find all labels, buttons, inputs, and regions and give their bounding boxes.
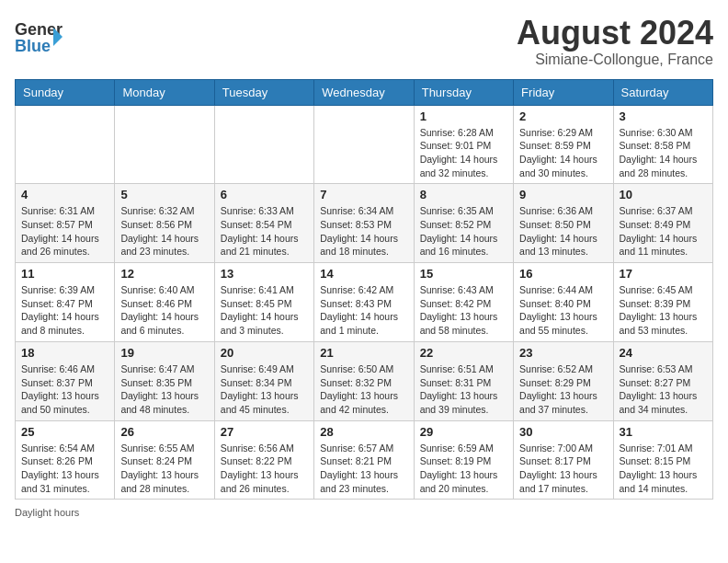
day-info: Sunrise: 6:46 AM Sunset: 8:37 PM Dayligh… [21, 362, 108, 417]
day-number: 14 [320, 267, 407, 281]
title-area: August 2024 Simiane-Collongue, France [517, 15, 713, 68]
day-number: 2 [519, 109, 607, 123]
calendar-cell [16, 105, 115, 184]
calendar-cell: 15Sunrise: 6:43 AM Sunset: 8:42 PM Dayli… [414, 263, 513, 342]
day-info: Sunrise: 6:50 AM Sunset: 8:32 PM Dayligh… [320, 362, 407, 417]
day-number: 31 [620, 425, 707, 439]
calendar-cell: 24Sunrise: 6:53 AM Sunset: 8:27 PM Dayli… [613, 341, 712, 420]
day-info: Sunrise: 6:31 AM Sunset: 8:57 PM Dayligh… [21, 204, 108, 259]
day-info: Sunrise: 6:52 AM Sunset: 8:29 PM Dayligh… [519, 362, 607, 417]
day-number: 23 [519, 346, 607, 360]
calendar-week-row: 25Sunrise: 6:54 AM Sunset: 8:26 PM Dayli… [16, 420, 713, 500]
column-header-thursday: Thursday [414, 79, 513, 105]
day-number: 8 [420, 188, 507, 201]
column-header-tuesday: Tuesday [214, 79, 313, 105]
column-header-saturday: Saturday [613, 79, 712, 105]
column-header-sunday: Sunday [16, 79, 115, 105]
location-subtitle: Simiane-Collongue, France [517, 52, 713, 68]
day-info: Sunrise: 6:43 AM Sunset: 8:42 PM Dayligh… [420, 283, 507, 338]
column-header-wednesday: Wednesday [314, 79, 414, 105]
footer: Daylight hours [15, 507, 713, 518]
header: General Blue August 2024 Simiane-Collong… [15, 15, 713, 68]
calendar-cell: 17Sunrise: 6:45 AM Sunset: 8:39 PM Dayli… [613, 263, 712, 342]
day-number: 24 [620, 346, 707, 360]
day-info: Sunrise: 6:41 AM Sunset: 8:45 PM Dayligh… [221, 283, 308, 338]
day-info: Sunrise: 6:51 AM Sunset: 8:31 PM Dayligh… [420, 362, 507, 417]
day-number: 29 [420, 425, 507, 439]
calendar-cell [214, 105, 313, 184]
day-info: Sunrise: 6:54 AM Sunset: 8:26 PM Dayligh… [21, 442, 108, 496]
calendar-cell: 27Sunrise: 6:56 AM Sunset: 8:22 PM Dayli… [214, 420, 313, 500]
day-number: 26 [120, 425, 208, 439]
day-number: 11 [21, 267, 108, 281]
day-info: Sunrise: 6:34 AM Sunset: 8:53 PM Dayligh… [320, 204, 407, 259]
calendar-week-row: 18Sunrise: 6:46 AM Sunset: 8:37 PM Dayli… [16, 341, 713, 420]
calendar-cell: 3Sunrise: 6:30 AM Sunset: 8:58 PM Daylig… [613, 105, 712, 184]
day-number: 21 [320, 346, 407, 360]
calendar-cell: 30Sunrise: 7:00 AM Sunset: 8:17 PM Dayli… [514, 420, 613, 500]
calendar-cell: 31Sunrise: 7:01 AM Sunset: 8:15 PM Dayli… [613, 420, 712, 500]
calendar-cell: 6Sunrise: 6:33 AM Sunset: 8:54 PM Daylig… [214, 184, 313, 263]
day-number: 19 [120, 346, 208, 360]
calendar-header-row: SundayMondayTuesdayWednesdayThursdayFrid… [16, 79, 713, 105]
calendar-cell: 14Sunrise: 6:42 AM Sunset: 8:43 PM Dayli… [314, 263, 414, 342]
calendar-cell: 19Sunrise: 6:47 AM Sunset: 8:35 PM Dayli… [115, 341, 214, 420]
calendar-cell: 16Sunrise: 6:44 AM Sunset: 8:40 PM Dayli… [514, 263, 613, 342]
day-info: Sunrise: 6:30 AM Sunset: 8:58 PM Dayligh… [620, 126, 707, 180]
calendar-cell: 2Sunrise: 6:29 AM Sunset: 8:59 PM Daylig… [514, 105, 613, 184]
day-info: Sunrise: 6:40 AM Sunset: 8:46 PM Dayligh… [120, 283, 208, 338]
day-number: 3 [620, 109, 707, 123]
day-info: Sunrise: 6:57 AM Sunset: 8:21 PM Dayligh… [320, 442, 407, 496]
day-info: Sunrise: 6:28 AM Sunset: 9:01 PM Dayligh… [420, 126, 507, 180]
day-number: 4 [21, 188, 108, 201]
calendar-week-row: 11Sunrise: 6:39 AM Sunset: 8:47 PM Dayli… [16, 263, 713, 342]
day-number: 25 [21, 425, 108, 439]
day-info: Sunrise: 6:35 AM Sunset: 8:52 PM Dayligh… [420, 204, 507, 259]
day-number: 6 [221, 188, 308, 201]
day-number: 20 [221, 346, 308, 360]
logo: General Blue [15, 15, 68, 59]
calendar-week-row: 4Sunrise: 6:31 AM Sunset: 8:57 PM Daylig… [16, 184, 713, 263]
day-info: Sunrise: 6:53 AM Sunset: 8:27 PM Dayligh… [620, 362, 707, 417]
calendar-cell: 13Sunrise: 6:41 AM Sunset: 8:45 PM Dayli… [214, 263, 313, 342]
day-number: 22 [420, 346, 507, 360]
calendar-cell: 7Sunrise: 6:34 AM Sunset: 8:53 PM Daylig… [314, 184, 414, 263]
calendar-cell: 22Sunrise: 6:51 AM Sunset: 8:31 PM Dayli… [414, 341, 513, 420]
day-info: Sunrise: 6:36 AM Sunset: 8:50 PM Dayligh… [519, 204, 607, 259]
calendar-cell: 21Sunrise: 6:50 AM Sunset: 8:32 PM Dayli… [314, 341, 414, 420]
calendar-cell: 20Sunrise: 6:49 AM Sunset: 8:34 PM Dayli… [214, 341, 313, 420]
calendar-cell: 11Sunrise: 6:39 AM Sunset: 8:47 PM Dayli… [16, 263, 115, 342]
calendar-cell [115, 105, 214, 184]
day-number: 1 [420, 109, 507, 123]
day-number: 30 [519, 425, 607, 439]
calendar-cell: 23Sunrise: 6:52 AM Sunset: 8:29 PM Dayli… [514, 341, 613, 420]
day-info: Sunrise: 6:49 AM Sunset: 8:34 PM Dayligh… [221, 362, 308, 417]
calendar-table: SundayMondayTuesdayWednesdayThursdayFrid… [15, 79, 713, 500]
day-info: Sunrise: 6:59 AM Sunset: 8:19 PM Dayligh… [420, 442, 507, 496]
day-info: Sunrise: 7:00 AM Sunset: 8:17 PM Dayligh… [519, 442, 607, 496]
day-info: Sunrise: 7:01 AM Sunset: 8:15 PM Dayligh… [620, 442, 707, 496]
calendar-cell: 9Sunrise: 6:36 AM Sunset: 8:50 PM Daylig… [514, 184, 613, 263]
day-info: Sunrise: 6:56 AM Sunset: 8:22 PM Dayligh… [221, 442, 308, 496]
day-number: 9 [519, 188, 607, 201]
day-info: Sunrise: 6:42 AM Sunset: 8:43 PM Dayligh… [320, 283, 407, 338]
day-number: 27 [221, 425, 308, 439]
day-info: Sunrise: 6:45 AM Sunset: 8:39 PM Dayligh… [620, 283, 707, 338]
calendar-cell: 28Sunrise: 6:57 AM Sunset: 8:21 PM Dayli… [314, 420, 414, 500]
day-number: 7 [320, 188, 407, 201]
day-number: 12 [120, 267, 208, 281]
day-info: Sunrise: 6:29 AM Sunset: 8:59 PM Dayligh… [519, 126, 607, 180]
month-year-title: August 2024 [517, 15, 713, 52]
day-info: Sunrise: 6:55 AM Sunset: 8:24 PM Dayligh… [120, 442, 208, 496]
calendar-cell: 25Sunrise: 6:54 AM Sunset: 8:26 PM Dayli… [16, 420, 115, 500]
calendar-week-row: 1Sunrise: 6:28 AM Sunset: 9:01 PM Daylig… [16, 105, 713, 184]
calendar-cell: 1Sunrise: 6:28 AM Sunset: 9:01 PM Daylig… [414, 105, 513, 184]
day-info: Sunrise: 6:47 AM Sunset: 8:35 PM Dayligh… [120, 362, 208, 417]
day-number: 17 [620, 267, 707, 281]
calendar-cell: 10Sunrise: 6:37 AM Sunset: 8:49 PM Dayli… [613, 184, 712, 263]
day-number: 5 [120, 188, 208, 201]
calendar-cell: 18Sunrise: 6:46 AM Sunset: 8:37 PM Dayli… [16, 341, 115, 420]
day-info: Sunrise: 6:32 AM Sunset: 8:56 PM Dayligh… [120, 204, 208, 259]
calendar-cell [314, 105, 414, 184]
day-number: 28 [320, 425, 407, 439]
